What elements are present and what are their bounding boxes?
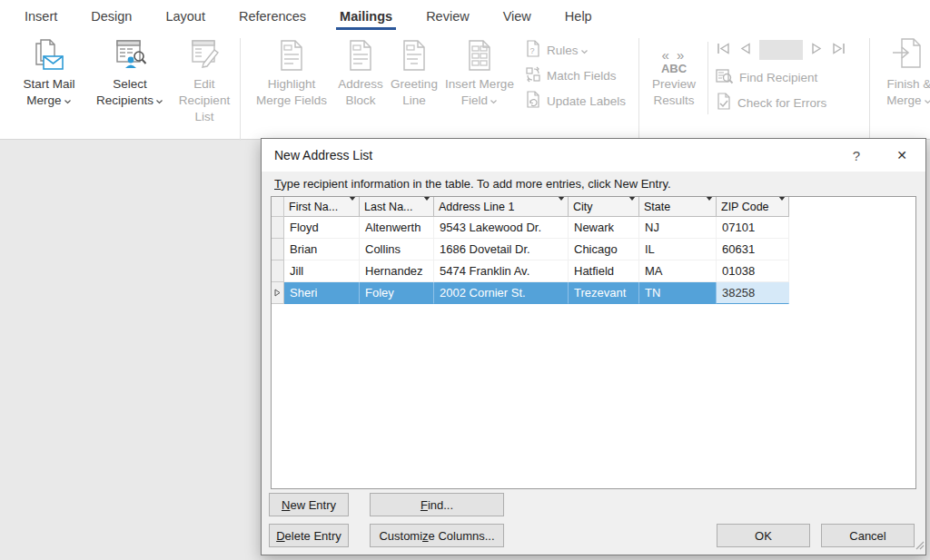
dialog-titlebar[interactable]: New Address List ? ✕	[262, 139, 925, 172]
cell-state[interactable]: IL	[639, 239, 717, 260]
select-recipients-button[interactable]: Select Recipients	[89, 34, 171, 109]
previous-record-button[interactable]	[739, 42, 751, 59]
cell-state[interactable]: TN	[639, 282, 717, 304]
ribbon: Insert Design Layout References Mailings…	[0, 0, 930, 140]
dialog-title: New Address List	[274, 148, 844, 162]
column-dropdown-icon[interactable]	[349, 201, 356, 213]
group-separator	[240, 38, 241, 154]
start-mail-merge-icon	[30, 34, 68, 76]
word-window: Insert Design Layout References Mailings…	[0, 0, 930, 560]
rules-icon: ?	[525, 40, 541, 61]
column-header-first-name[interactable]: First Na...	[284, 197, 360, 217]
cell-zip-active[interactable]: 38258	[717, 282, 789, 304]
cell-last-name[interactable]: Altenwerth	[360, 217, 434, 239]
cell-city[interactable]: Trezevant	[569, 282, 639, 304]
tab-references[interactable]: References	[239, 0, 306, 33]
column-dropdown-icon[interactable]	[558, 201, 565, 213]
last-record-button[interactable]	[831, 42, 846, 59]
column-dropdown-icon[interactable]	[778, 201, 786, 213]
delete-entry-button[interactable]: Delete Entry	[269, 524, 349, 547]
resize-grip[interactable]	[914, 537, 925, 554]
tab-mailings[interactable]: Mailings	[340, 0, 392, 33]
find-recipient-button[interactable]: Find Recipient	[716, 67, 817, 88]
update-labels-icon	[525, 91, 541, 112]
dialog-instruction: Type recipient information in the table.…	[262, 172, 925, 196]
cell-address[interactable]: 2002 Cornier St.	[434, 282, 569, 304]
first-record-button[interactable]	[716, 42, 731, 59]
cell-first-name[interactable]: Sheri	[284, 282, 360, 304]
column-header-last-name[interactable]: Last Na...	[360, 197, 434, 217]
preview-results-icon: « » ABC	[661, 48, 687, 74]
cell-state[interactable]: NJ	[639, 217, 717, 239]
column-dropdown-icon[interactable]	[706, 201, 713, 213]
column-header-state[interactable]: State	[639, 197, 717, 217]
new-address-list-dialog: New Address List ? ✕ Type recipient info…	[261, 138, 926, 555]
cell-zip[interactable]: 07101	[717, 217, 789, 239]
cell-last-name[interactable]: Hernandez	[360, 260, 434, 282]
start-mail-merge-button[interactable]: Start Mail Merge	[11, 34, 87, 109]
tab-layout[interactable]: Layout	[165, 0, 205, 33]
column-header-zip-code[interactable]: ZIP Code	[717, 197, 789, 217]
tab-review[interactable]: Review	[426, 0, 470, 33]
column-dropdown-icon[interactable]	[628, 201, 636, 213]
cell-first-name[interactable]: Floyd	[284, 217, 360, 239]
update-labels-button[interactable]: Update Labels	[525, 91, 626, 112]
new-entry-button[interactable]: New Entry	[269, 493, 349, 516]
cell-zip[interactable]: 01038	[717, 260, 789, 282]
cell-address[interactable]: 5474 Franklin Av.	[434, 260, 569, 282]
column-dropdown-icon[interactable]	[423, 201, 430, 213]
next-record-button[interactable]	[811, 42, 823, 59]
close-icon[interactable]: ✕	[889, 148, 915, 162]
tab-help[interactable]: Help	[565, 0, 592, 33]
cell-first-name[interactable]: Jill	[284, 260, 360, 282]
go-to-record-field[interactable]	[759, 40, 803, 60]
column-header-city[interactable]: City	[569, 197, 639, 217]
customize-columns-button[interactable]: Customize Columns...	[370, 524, 504, 547]
tab-design[interactable]: Design	[91, 0, 132, 33]
table-row: Jill Hernandez 5474 Franklin Av. Hatfiel…	[272, 260, 915, 282]
select-recipients-icon	[111, 34, 149, 76]
cell-last-name[interactable]: Foley	[360, 282, 434, 304]
table-row: Brian Collins 1686 Dovetail Dr. Chicago …	[272, 239, 915, 260]
edit-recipient-list-icon	[185, 34, 223, 76]
row-selector[interactable]	[272, 217, 284, 239]
finish-and-merge-button[interactable]: Finish & Merge	[879, 34, 930, 109]
address-block-button[interactable]: Address Block	[334, 34, 387, 109]
column-header-address-line-1[interactable]: Address Line 1	[434, 197, 569, 217]
insert-merge-field-button[interactable]: Insert Merge Field	[441, 34, 518, 109]
cell-first-name[interactable]: Brian	[284, 239, 360, 260]
cancel-button[interactable]: Cancel	[821, 524, 915, 547]
select-all-cell[interactable]	[272, 197, 284, 217]
address-block-icon	[343, 34, 378, 76]
row-selector-current[interactable]	[272, 282, 284, 304]
find-recipient-icon	[716, 67, 734, 88]
row-selector[interactable]	[272, 239, 284, 260]
check-for-errors-icon	[716, 93, 732, 113]
preview-results-button[interactable]: « » ABC Preview Results	[645, 34, 703, 109]
tab-view[interactable]: View	[503, 0, 531, 33]
cell-zip[interactable]: 60631	[717, 239, 789, 260]
cell-address[interactable]: 9543 Lakewood Dr.	[434, 217, 569, 239]
cell-last-name[interactable]: Collins	[360, 239, 434, 260]
row-selector[interactable]	[272, 260, 284, 282]
ok-button[interactable]: OK	[717, 524, 810, 547]
edit-recipient-list-button[interactable]: Edit Recipient List	[171, 34, 238, 124]
tab-insert[interactable]: Insert	[25, 0, 57, 33]
table-row: Floyd Altenwerth 9543 Lakewood Dr. Newar…	[272, 217, 915, 239]
cell-city[interactable]: Hatfield	[569, 260, 639, 282]
find-button[interactable]: Find...	[370, 493, 504, 516]
check-for-errors-button[interactable]: Check for Errors	[716, 93, 826, 113]
cell-city[interactable]: Newark	[569, 217, 639, 239]
cell-city[interactable]: Chicago	[569, 239, 639, 260]
highlight-merge-fields-button[interactable]: Highlight Merge Fields	[249, 34, 334, 109]
insert-merge-field-icon	[462, 34, 497, 76]
rules-button[interactable]: ? Rules	[525, 40, 589, 61]
cell-address[interactable]: 1686 Dovetail Dr.	[434, 239, 569, 260]
chevron-down-icon	[580, 49, 589, 54]
match-fields-button[interactable]: Match Fields	[525, 65, 617, 86]
chevron-down-icon	[64, 99, 72, 104]
help-icon[interactable]: ?	[844, 148, 869, 163]
group-separator	[869, 38, 870, 154]
greeting-line-button[interactable]: Greeting Line	[389, 34, 440, 109]
cell-state[interactable]: MA	[639, 260, 717, 282]
